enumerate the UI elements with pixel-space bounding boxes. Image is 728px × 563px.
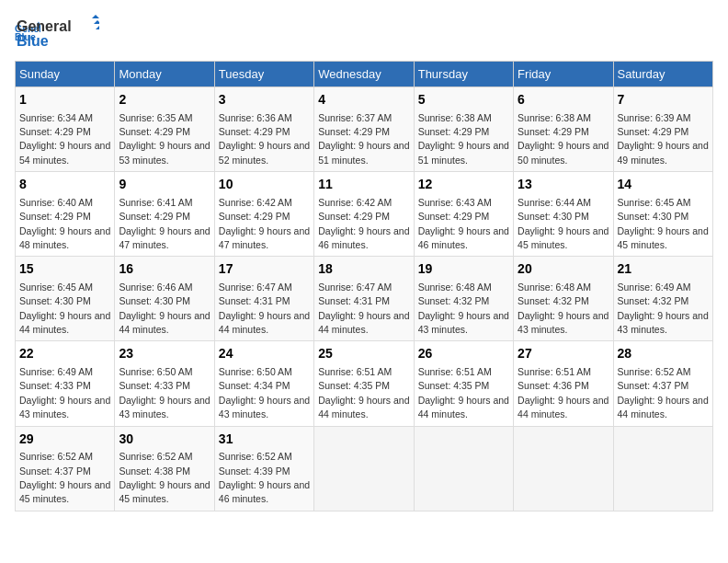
calendar-cell: 17 Sunrise: 6:47 AMSunset: 4:31 PMDaylig… [214, 257, 313, 341]
calendar-cell: 20 Sunrise: 6:48 AMSunset: 4:32 PMDaylig… [514, 257, 613, 341]
day-info: Sunrise: 6:52 AMSunset: 4:37 PMDaylight:… [19, 451, 110, 504]
calendar-cell: 2 Sunrise: 6:35 AMSunset: 4:29 PMDayligh… [115, 87, 214, 172]
day-info: Sunrise: 6:50 AMSunset: 4:33 PMDaylight:… [119, 366, 210, 419]
weekday-header-friday: Friday [514, 62, 613, 87]
day-number: 31 [219, 431, 310, 449]
day-number: 11 [318, 176, 409, 194]
calendar-cell: 8 Sunrise: 6:40 AMSunset: 4:29 PMDayligh… [16, 172, 115, 257]
weekday-header-saturday: Saturday [613, 62, 712, 87]
day-info: Sunrise: 6:34 AMSunset: 4:29 PMDaylight:… [19, 112, 110, 166]
day-number: 3 [219, 91, 310, 109]
calendar-cell: 22 Sunrise: 6:49 AMSunset: 4:33 PMDaylig… [16, 341, 115, 426]
svg-text:Blue: Blue [17, 33, 49, 49]
calendar-cell: 6 Sunrise: 6:38 AMSunset: 4:29 PMDayligh… [514, 87, 613, 172]
day-info: Sunrise: 6:36 AMSunset: 4:29 PMDaylight:… [219, 112, 310, 166]
day-info: Sunrise: 6:46 AMSunset: 4:30 PMDaylight:… [119, 282, 210, 335]
page-header: General Blue General Blue [15, 15, 713, 52]
svg-text:General: General [17, 18, 72, 34]
day-number: 6 [518, 91, 609, 109]
calendar-cell: 19 Sunrise: 6:48 AMSunset: 4:32 PMDaylig… [414, 257, 513, 341]
day-info: Sunrise: 6:52 AMSunset: 4:38 PMDaylight:… [119, 451, 210, 504]
weekday-header-sunday: Sunday [16, 62, 115, 87]
day-info: Sunrise: 6:49 AMSunset: 4:32 PMDaylight:… [618, 282, 709, 335]
day-number: 2 [119, 91, 210, 109]
calendar-cell: 11 Sunrise: 6:42 AMSunset: 4:29 PMDaylig… [314, 172, 414, 257]
day-number: 21 [618, 260, 709, 279]
calendar-cell: 23 Sunrise: 6:50 AMSunset: 4:33 PMDaylig… [115, 341, 214, 426]
calendar-header: SundayMondayTuesdayWednesdayThursdayFrid… [16, 62, 713, 87]
day-info: Sunrise: 6:45 AMSunset: 4:30 PMDaylight:… [618, 197, 709, 250]
calendar-cell: 28 Sunrise: 6:52 AMSunset: 4:37 PMDaylig… [613, 341, 712, 426]
calendar-week-row: 8 Sunrise: 6:40 AMSunset: 4:29 PMDayligh… [16, 172, 713, 257]
day-info: Sunrise: 6:40 AMSunset: 4:29 PMDaylight:… [19, 197, 110, 250]
calendar-cell: 10 Sunrise: 6:42 AMSunset: 4:29 PMDaylig… [214, 172, 313, 257]
day-info: Sunrise: 6:48 AMSunset: 4:32 PMDaylight:… [418, 282, 509, 335]
calendar-cell: 31 Sunrise: 6:52 AMSunset: 4:39 PMDaylig… [214, 426, 313, 511]
calendar-cell: 25 Sunrise: 6:51 AMSunset: 4:35 PMDaylig… [314, 341, 414, 426]
calendar-week-row: 22 Sunrise: 6:49 AMSunset: 4:33 PMDaylig… [16, 341, 713, 426]
day-number: 19 [418, 260, 509, 279]
day-number: 26 [418, 345, 509, 363]
calendar-cell [414, 426, 513, 511]
day-info: Sunrise: 6:48 AMSunset: 4:32 PMDaylight:… [518, 282, 609, 335]
weekday-header-tuesday: Tuesday [214, 62, 313, 87]
calendar-cell: 18 Sunrise: 6:47 AMSunset: 4:31 PMDaylig… [314, 257, 414, 341]
calendar-cell: 4 Sunrise: 6:37 AMSunset: 4:29 PMDayligh… [314, 87, 414, 172]
calendar-table: SundayMondayTuesdayWednesdayThursdayFrid… [15, 61, 713, 511]
calendar-cell: 13 Sunrise: 6:44 AMSunset: 4:30 PMDaylig… [514, 172, 613, 257]
day-number: 27 [518, 345, 609, 363]
day-info: Sunrise: 6:35 AMSunset: 4:29 PMDaylight:… [119, 112, 210, 166]
day-number: 20 [518, 260, 609, 279]
day-info: Sunrise: 6:38 AMSunset: 4:29 PMDaylight:… [518, 112, 609, 166]
calendar-body: 1 Sunrise: 6:34 AMSunset: 4:29 PMDayligh… [16, 87, 713, 511]
day-number: 22 [19, 345, 110, 363]
day-info: Sunrise: 6:41 AMSunset: 4:29 PMDaylight:… [119, 197, 210, 250]
svg-marker-7 [94, 20, 99, 24]
day-number: 1 [19, 91, 110, 109]
day-info: Sunrise: 6:47 AMSunset: 4:31 PMDaylight:… [318, 282, 409, 335]
day-info: Sunrise: 6:49 AMSunset: 4:33 PMDaylight:… [19, 366, 110, 419]
day-number: 14 [618, 176, 709, 194]
calendar-cell: 21 Sunrise: 6:49 AMSunset: 4:32 PMDaylig… [613, 257, 712, 341]
calendar-cell [314, 426, 414, 511]
day-info: Sunrise: 6:42 AMSunset: 4:29 PMDaylight:… [318, 197, 409, 250]
day-number: 12 [418, 176, 509, 194]
day-number: 15 [19, 260, 110, 279]
day-number: 25 [318, 345, 409, 363]
day-number: 5 [418, 91, 509, 109]
weekday-header-thursday: Thursday [414, 62, 513, 87]
day-info: Sunrise: 6:51 AMSunset: 4:36 PMDaylight:… [518, 366, 609, 419]
calendar-cell: 9 Sunrise: 6:41 AMSunset: 4:29 PMDayligh… [115, 172, 214, 257]
calendar-cell: 26 Sunrise: 6:51 AMSunset: 4:35 PMDaylig… [414, 341, 513, 426]
day-info: Sunrise: 6:42 AMSunset: 4:29 PMDaylight:… [219, 197, 310, 250]
calendar-cell: 5 Sunrise: 6:38 AMSunset: 4:29 PMDayligh… [414, 87, 513, 172]
day-number: 9 [119, 176, 210, 194]
svg-marker-8 [96, 26, 99, 29]
day-info: Sunrise: 6:38 AMSunset: 4:29 PMDaylight:… [418, 112, 509, 166]
day-info: Sunrise: 6:37 AMSunset: 4:29 PMDaylight:… [318, 112, 409, 166]
day-number: 24 [219, 345, 310, 363]
calendar-cell: 29 Sunrise: 6:52 AMSunset: 4:37 PMDaylig… [16, 426, 115, 511]
day-info: Sunrise: 6:44 AMSunset: 4:30 PMDaylight:… [518, 197, 609, 250]
day-number: 23 [119, 345, 210, 363]
day-info: Sunrise: 6:50 AMSunset: 4:34 PMDaylight:… [219, 366, 310, 419]
weekday-header-wednesday: Wednesday [314, 62, 414, 87]
day-number: 8 [19, 176, 110, 194]
calendar-cell: 16 Sunrise: 6:46 AMSunset: 4:30 PMDaylig… [115, 257, 214, 341]
day-number: 28 [618, 345, 709, 363]
day-number: 16 [119, 260, 210, 279]
calendar-cell: 14 Sunrise: 6:45 AMSunset: 4:30 PMDaylig… [613, 172, 712, 257]
day-number: 10 [219, 176, 310, 194]
calendar-week-row: 15 Sunrise: 6:45 AMSunset: 4:30 PMDaylig… [16, 257, 713, 341]
calendar-cell: 1 Sunrise: 6:34 AMSunset: 4:29 PMDayligh… [16, 87, 115, 172]
day-number: 4 [318, 91, 409, 109]
day-info: Sunrise: 6:52 AMSunset: 4:37 PMDaylight:… [618, 366, 709, 419]
day-number: 7 [618, 91, 709, 109]
day-number: 13 [518, 176, 609, 194]
weekday-header-monday: Monday [115, 62, 214, 87]
weekday-header-row: SundayMondayTuesdayWednesdayThursdayFrid… [16, 62, 713, 87]
calendar-cell: 12 Sunrise: 6:43 AMSunset: 4:29 PMDaylig… [414, 172, 513, 257]
day-info: Sunrise: 6:51 AMSunset: 4:35 PMDaylight:… [418, 366, 509, 419]
logo-svg: General Blue [17, 15, 99, 52]
day-info: Sunrise: 6:52 AMSunset: 4:39 PMDaylight:… [219, 451, 310, 504]
